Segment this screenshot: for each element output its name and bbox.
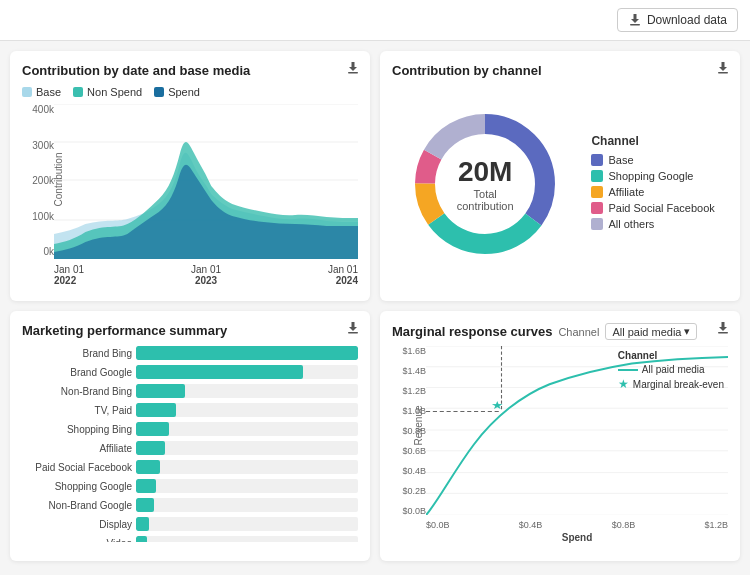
bar-track (136, 422, 358, 436)
card-contribution-channel: Contribution by channel (380, 51, 740, 301)
bar-row: Affiliate (22, 441, 358, 455)
bar-fill (136, 479, 156, 493)
channel-label-paid-social-fb: Paid Social Facebook (608, 202, 714, 214)
donut-center-text: 20M Total contribution (445, 156, 525, 212)
svg-rect-1 (348, 72, 358, 74)
xtick-2024: Jan 012024 (328, 264, 358, 286)
card1-chart-area: 400k 300k 200k 100k 0k (22, 104, 358, 279)
channel-label-affiliate: Affiliate (608, 186, 644, 198)
channel-label-shopping-google: Shopping Google (608, 170, 693, 182)
card1-title: Contribution by date and base media (22, 63, 358, 78)
bar-row: Non-Brand Google (22, 498, 358, 512)
download-data-label: Download data (647, 13, 727, 27)
bar-label: Paid Social Facebook (22, 462, 132, 473)
marg-all-paid-label: All paid media (642, 364, 705, 375)
marg-line-icon (618, 369, 638, 371)
bar-fill (136, 536, 147, 542)
bar-row: Video (22, 536, 358, 542)
download-data-button[interactable]: Download data (617, 8, 738, 32)
card2-download-icon[interactable] (716, 61, 730, 78)
bar-track (136, 460, 358, 474)
channel-legend: Channel Base Shopping Google Affiliate P… (591, 134, 714, 234)
bar-track (136, 403, 358, 417)
svg-rect-0 (630, 24, 640, 26)
ytick-200k: 200k (22, 175, 54, 186)
xtick-0.4b: $0.4B (519, 520, 543, 530)
card4-channel-label: Channel (558, 326, 599, 338)
bar-row: Paid Social Facebook (22, 460, 358, 474)
legend-spend-color (154, 87, 164, 97)
bar-fill (136, 517, 149, 531)
bar-track (136, 479, 358, 493)
card3-title: Marketing performance summary (22, 323, 358, 338)
card4-legend: Channel All paid media ★ Marginal break-… (618, 350, 724, 393)
bar-row: Non-Brand Bing (22, 384, 358, 398)
download-icon (628, 13, 642, 27)
bar-fill (136, 403, 176, 417)
bar-row: Display (22, 517, 358, 531)
bar-track (136, 365, 358, 379)
marg-legend-all-paid: All paid media (618, 364, 724, 375)
channel-color-base (591, 154, 603, 166)
card1-area-chart (54, 104, 358, 259)
channel-label-all-others: All others (608, 218, 654, 230)
bar-label: Display (22, 519, 132, 530)
ytick-1.4b: $1.4B (392, 366, 426, 376)
legend-base-color (22, 87, 32, 97)
card4-title: Marginal response curves (392, 324, 552, 339)
bar-fill (136, 460, 160, 474)
card1-y-axis: 400k 300k 200k 100k 0k (22, 104, 54, 279)
ytick-300k: 300k (22, 140, 54, 151)
bar-track (136, 346, 358, 360)
legend-base: Base (22, 86, 61, 98)
card4-x-label: Spend (426, 532, 728, 543)
ytick-0k: 0k (22, 246, 54, 257)
ytick-400k: 400k (22, 104, 54, 115)
bar-fill (136, 365, 303, 379)
card4-y-label: Revenue (413, 405, 424, 445)
xtick-0.0b: $0.0B (426, 520, 450, 530)
card4-download-icon[interactable] (716, 321, 730, 338)
bar-fill (136, 346, 358, 360)
channel-item-affiliate: Affiliate (591, 186, 714, 198)
channel-label-base: Base (608, 154, 633, 166)
channel-color-shopping-google (591, 170, 603, 182)
legend-base-label: Base (36, 86, 61, 98)
bar-label: Brand Google (22, 367, 132, 378)
card-contribution-date: Contribution by date and base media Base… (10, 51, 370, 301)
marg-star-icon: ★ (618, 377, 629, 391)
xtick-2023: Jan 012023 (191, 264, 221, 286)
ytick-1.6b: $1.6B (392, 346, 426, 356)
channel-item-all-others: All others (591, 218, 714, 230)
channel-legend-title: Channel (591, 134, 714, 148)
channel-item-base: Base (591, 154, 714, 166)
card4-header: Marginal response curves Channel All pai… (392, 323, 728, 340)
channel-select[interactable]: All paid media ▾ (605, 323, 697, 340)
channel-select-value: All paid media (612, 326, 681, 338)
bar-label: Shopping Google (22, 481, 132, 492)
ytick-0.0b: $0.0B (392, 506, 426, 516)
xtick-1.2b: $1.2B (704, 520, 728, 530)
bar-label: Affiliate (22, 443, 132, 454)
bar-label: Video (22, 538, 132, 543)
card4-legend-title: Channel (618, 350, 724, 361)
channel-color-paid-social-fb (591, 202, 603, 214)
bar-row: Shopping Bing (22, 422, 358, 436)
bar-track (136, 517, 358, 531)
legend-spend-label: Spend (168, 86, 200, 98)
ytick-0.4b: $0.4B (392, 466, 426, 476)
bar-label: Shopping Bing (22, 424, 132, 435)
donut-value: 20M (445, 156, 525, 188)
bar-track (136, 536, 358, 542)
bar-row: TV, Paid (22, 403, 358, 417)
marg-legend-breakeven: ★ Marginal break-even (618, 377, 724, 391)
ytick-0.2b: $0.2B (392, 486, 426, 496)
ytick-1.2b: $1.2B (392, 386, 426, 396)
bar-label: Non-Brand Google (22, 500, 132, 511)
bar-row: Brand Bing (22, 346, 358, 360)
card3-download-icon[interactable] (346, 321, 360, 338)
card2-title: Contribution by channel (392, 63, 728, 78)
card1-y-label: Contribution (53, 153, 64, 207)
ytick-0.6b: $0.6B (392, 446, 426, 456)
card1-download-icon[interactable] (346, 61, 360, 78)
